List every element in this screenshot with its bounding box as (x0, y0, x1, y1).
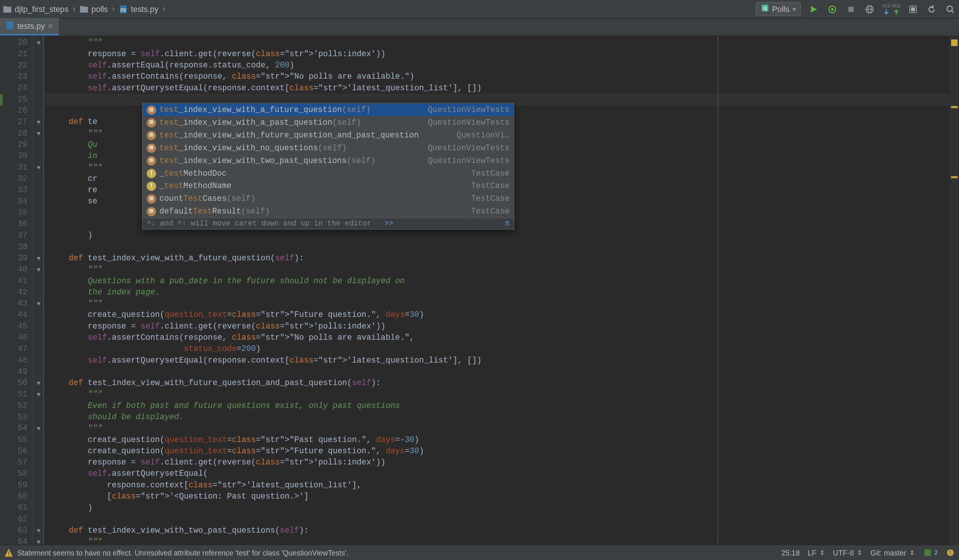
fold-marker[interactable] (33, 457, 43, 469)
breadcrumb-project[interactable]: djtp_first_steps (3, 5, 68, 14)
caret-position[interactable]: 25:18 (781, 549, 800, 557)
line-number[interactable]: 29 (0, 139, 33, 151)
fold-marker[interactable] (33, 378, 43, 389)
line-number[interactable]: 26 (0, 106, 33, 117)
code-line[interactable]: self.assertQuerysetEqual(response.contex… (49, 83, 959, 94)
completion-item[interactable]: mtest_index_view_with_no_questions(self)… (143, 142, 514, 154)
code-line[interactable]: """ (49, 37, 959, 49)
line-separator-selector[interactable]: LF⇕ (808, 549, 825, 557)
fold-marker[interactable] (33, 162, 43, 173)
line-number[interactable]: 24 (0, 83, 33, 94)
code-line[interactable]: self.assertEqual(response.status_code, 2… (49, 60, 959, 71)
fold-marker[interactable] (33, 253, 43, 264)
line-number[interactable]: 60 (0, 491, 33, 502)
fold-marker[interactable] (33, 299, 43, 310)
fold-marker[interactable] (33, 503, 43, 514)
fold-marker[interactable] (33, 173, 43, 185)
fold-marker[interactable] (33, 49, 43, 60)
fold-marker[interactable] (33, 355, 43, 366)
fold-marker[interactable] (33, 72, 43, 83)
line-number[interactable]: 25 (0, 94, 33, 105)
fold-marker[interactable] (33, 344, 43, 355)
code-line[interactable]: self.assertContains(response, class="str… (49, 332, 959, 344)
code-line[interactable]: def test_index_view_with_two_past_questi… (49, 525, 959, 536)
line-number[interactable]: 35 (0, 207, 33, 219)
line-number[interactable]: 64 (0, 537, 33, 548)
line-number[interactable]: 30 (0, 151, 33, 162)
line-number[interactable]: 54 (0, 423, 33, 434)
code-line[interactable] (49, 514, 959, 525)
code-line[interactable] (49, 242, 959, 253)
stop-button[interactable] (845, 3, 857, 15)
tab-tests-py[interactable]: tests.py × (0, 18, 59, 35)
fold-marker[interactable] (33, 321, 43, 332)
fold-marker[interactable] (33, 480, 43, 491)
fold-marker[interactable] (33, 434, 43, 446)
line-number[interactable]: 52 (0, 401, 33, 412)
line-number[interactable]: 43 (0, 299, 33, 310)
fold-marker[interactable] (33, 106, 43, 117)
fold-marker[interactable] (33, 469, 43, 480)
inspection-profile-icon[interactable]: ! (946, 548, 955, 557)
fold-marker[interactable] (33, 287, 43, 298)
code-line[interactable]: ) (49, 231, 959, 242)
fold-gutter[interactable] (33, 36, 44, 545)
code-editor[interactable]: """ response = self.client.get(reverse(c… (44, 36, 959, 545)
code-line[interactable]: Even if both past and future questions e… (49, 401, 959, 412)
line-number[interactable]: 61 (0, 503, 33, 514)
line-number[interactable]: 27 (0, 117, 33, 128)
close-icon[interactable]: × (48, 21, 53, 32)
fold-marker[interactable] (33, 276, 43, 287)
fold-marker[interactable] (33, 231, 43, 242)
debug-button[interactable] (826, 3, 838, 15)
breadcrumb-file[interactable]: py tests.py (119, 5, 158, 14)
line-number[interactable]: 53 (0, 412, 33, 423)
code-line[interactable]: """ (49, 537, 959, 545)
code-line[interactable]: """ (49, 264, 959, 276)
line-number[interactable]: 39 (0, 253, 33, 264)
fold-marker[interactable] (33, 366, 43, 377)
breadcrumb-folder[interactable]: polls (80, 5, 108, 14)
line-number[interactable]: 32 (0, 173, 33, 185)
line-number[interactable]: 47 (0, 344, 33, 355)
fold-marker[interactable] (33, 207, 43, 219)
fold-marker[interactable] (33, 401, 43, 412)
line-number[interactable]: 21 (0, 49, 33, 60)
fold-marker[interactable] (33, 94, 43, 105)
line-number[interactable]: 38 (0, 242, 33, 253)
fold-marker[interactable] (33, 139, 43, 151)
run-button[interactable] (807, 3, 819, 15)
fold-marker[interactable] (33, 219, 43, 230)
completion-item[interactable]: !_testMethodNameTestCase (143, 180, 514, 192)
fold-marker[interactable] (33, 196, 43, 207)
line-number[interactable]: 46 (0, 332, 33, 344)
search-button[interactable] (945, 3, 956, 15)
line-number[interactable]: 48 (0, 355, 33, 366)
warning-mark[interactable] (951, 106, 958, 108)
line-number[interactable]: 50 (0, 378, 33, 389)
line-number[interactable]: 20 (0, 37, 33, 49)
code-line[interactable]: self.assertQuerysetEqual(response.contex… (49, 355, 959, 366)
fold-marker[interactable] (33, 37, 43, 49)
fold-marker[interactable] (33, 412, 43, 423)
line-number[interactable]: 55 (0, 434, 33, 446)
code-line[interactable]: self.assertContains(response, class="str… (49, 72, 959, 83)
vcs-commit-button[interactable]: VCS (892, 3, 900, 15)
code-line[interactable]: """ (49, 423, 959, 434)
line-number-gutter[interactable]: 2021222324252627282930313233343536373839… (0, 36, 33, 545)
encoding-selector[interactable]: UTF-8⇕ (833, 549, 863, 557)
fold-marker[interactable] (33, 128, 43, 139)
code-line[interactable]: response = self.client.get(reverse(class… (49, 49, 959, 60)
line-number[interactable]: 42 (0, 287, 33, 298)
code-line[interactable]: create_question(question_text=class="str… (49, 434, 959, 446)
code-line[interactable]: ) (49, 503, 959, 514)
code-line[interactable]: create_question(question_text=class="str… (49, 310, 959, 321)
line-number[interactable]: 23 (0, 72, 33, 83)
code-line[interactable]: Questions with a pub_date in the future … (49, 276, 959, 287)
line-number[interactable]: 34 (0, 196, 33, 207)
line-number[interactable]: 36 (0, 219, 33, 230)
line-number[interactable]: 37 (0, 231, 33, 242)
fold-marker[interactable] (33, 514, 43, 525)
line-number[interactable]: 45 (0, 321, 33, 332)
fold-marker[interactable] (33, 242, 43, 253)
